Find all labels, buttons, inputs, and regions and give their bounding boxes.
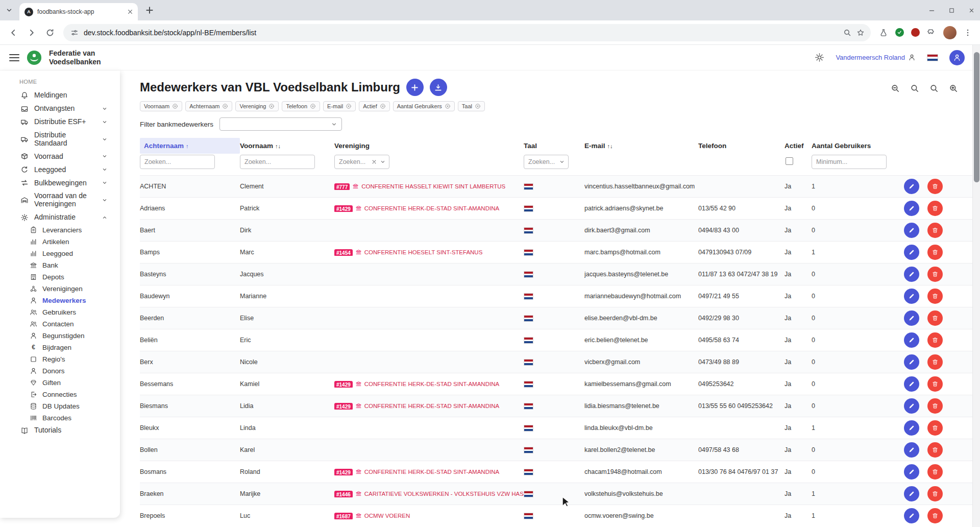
forward-button[interactable] bbox=[23, 25, 40, 41]
sidebar-item-db-updates[interactable]: DB Updates bbox=[0, 400, 120, 412]
sidebar-item-begunstigden[interactable]: Begunstigden bbox=[0, 330, 120, 342]
browser-profile-avatar[interactable] bbox=[943, 26, 957, 39]
browser-tab[interactable]: A foodbanks-stock-app bbox=[19, 3, 138, 20]
vereniging-link[interactable]: CONFERENTIE HERK-DE-STAD SINT-AMANDINA bbox=[364, 381, 499, 387]
edit-button[interactable] bbox=[904, 223, 919, 238]
sidebar-item-connecties[interactable]: Connecties bbox=[0, 389, 120, 400]
clear-icon[interactable] bbox=[371, 159, 377, 165]
user-avatar[interactable] bbox=[949, 50, 965, 65]
green-check-extension-icon[interactable] bbox=[895, 28, 904, 37]
tab-close-icon[interactable] bbox=[127, 8, 134, 15]
zoom-out-icon[interactable] bbox=[891, 84, 900, 93]
edit-button[interactable] bbox=[904, 354, 919, 370]
refresh-button[interactable] bbox=[42, 25, 58, 41]
sidebar-item-artikelen[interactable]: Artikelen bbox=[0, 236, 120, 248]
chevron-down-icon[interactable] bbox=[559, 159, 565, 165]
address-bar[interactable]: dev.stock.foodbanksit.be/stock/app/nl-BE… bbox=[63, 24, 871, 41]
filter-bank-select[interactable] bbox=[219, 117, 342, 131]
maximize-icon[interactable] bbox=[948, 7, 955, 14]
edit-button[interactable] bbox=[904, 332, 919, 348]
search-icon[interactable] bbox=[929, 84, 939, 93]
hamburger-menu-icon[interactable] bbox=[9, 54, 19, 61]
sidebar-item-giften[interactable]: Giften bbox=[0, 377, 120, 389]
edit-button[interactable] bbox=[904, 201, 919, 216]
vereniging-link[interactable]: CARITATIEVE VOLKSWERKEN - VOLKSTEHUIS VZ… bbox=[364, 491, 524, 497]
theme-toggle-sun-icon[interactable] bbox=[815, 53, 824, 62]
vereniging-link[interactable]: CONFERENTIE HASSELT KIEWIT SINT LAMBERTU… bbox=[361, 183, 505, 189]
remove-chip-icon[interactable] bbox=[475, 103, 481, 109]
puzzle-extensions-icon[interactable] bbox=[927, 28, 936, 37]
scrollbar-thumb[interactable] bbox=[974, 52, 979, 182]
edit-button[interactable] bbox=[904, 442, 919, 458]
sidebar-item-distributie-esf[interactable]: Distributie ESF+ bbox=[0, 115, 120, 129]
browser-menu-icon[interactable] bbox=[964, 29, 972, 37]
column-header-voornaam[interactable]: Voornaam↑↓ bbox=[240, 138, 334, 154]
delete-button[interactable] bbox=[927, 310, 943, 326]
edit-button[interactable] bbox=[904, 179, 919, 194]
delete-button[interactable] bbox=[927, 201, 943, 216]
edit-button[interactable] bbox=[904, 508, 919, 523]
column-header-achternaam[interactable]: Achternaam↑ bbox=[140, 138, 240, 154]
remove-chip-icon[interactable] bbox=[310, 103, 316, 109]
sidebar-item-leeggoed[interactable]: Leeggoed bbox=[0, 248, 120, 259]
sidebar-item-depots[interactable]: Depots bbox=[0, 271, 120, 283]
sidebar-item-bulkbewegingen[interactable]: Bulkbewegingen bbox=[0, 176, 120, 189]
column-header-aantal-gebruikers[interactable]: Aantal Gebruikers bbox=[812, 138, 901, 154]
remove-chip-icon[interactable] bbox=[268, 103, 275, 109]
column-header-telefoon[interactable]: Telefoon bbox=[698, 138, 785, 154]
edit-button[interactable] bbox=[904, 376, 919, 392]
tab-search-chevron-icon[interactable] bbox=[5, 6, 13, 14]
edit-button[interactable] bbox=[904, 289, 919, 304]
delete-button[interactable] bbox=[927, 508, 943, 523]
edit-button[interactable] bbox=[904, 486, 919, 501]
sidebar-item-bank[interactable]: Bank bbox=[0, 259, 120, 271]
sidebar-item-distributie-standaard[interactable]: Distributie Standaard bbox=[0, 129, 120, 150]
column-header-vereniging[interactable]: Vereniging bbox=[334, 138, 524, 154]
voornaam-filter-input[interactable] bbox=[240, 155, 315, 169]
chevron-down-icon[interactable] bbox=[380, 159, 386, 165]
delete-button[interactable] bbox=[927, 354, 943, 370]
column-header-email[interactable]: E-mail↑↓ bbox=[584, 138, 698, 154]
delete-button[interactable] bbox=[927, 376, 943, 392]
vereniging-link[interactable]: OCMW VOEREN bbox=[364, 513, 410, 519]
user-menu[interactable]: Vandermeersch Roland bbox=[836, 54, 916, 61]
sidebar-item-voorraad[interactable]: Voorraad bbox=[0, 150, 120, 163]
minimize-icon[interactable] bbox=[928, 7, 935, 14]
sidebar-item-leeggoed[interactable]: Leeggoed bbox=[0, 163, 120, 176]
aantal-filter-input[interactable] bbox=[812, 155, 887, 169]
actief-filter-checkbox[interactable] bbox=[786, 157, 793, 165]
close-icon[interactable] bbox=[968, 7, 975, 14]
language-flag-nl-icon[interactable] bbox=[927, 54, 938, 61]
add-member-button[interactable] bbox=[406, 79, 424, 96]
delete-button[interactable] bbox=[927, 332, 943, 348]
sidebar-item-voorraad-van-de-verenigingen[interactable]: Voorraad van de Verenigingen bbox=[0, 189, 120, 210]
edit-button[interactable] bbox=[904, 267, 919, 282]
sidebar-item-bijdragen[interactable]: €Bijdragen bbox=[0, 342, 120, 353]
edit-button[interactable] bbox=[904, 420, 919, 436]
back-button[interactable] bbox=[5, 25, 21, 41]
delete-button[interactable] bbox=[927, 223, 943, 238]
achternaam-filter-input[interactable] bbox=[140, 155, 215, 169]
sidebar-item-ontvangsten[interactable]: Ontvangsten bbox=[0, 102, 120, 115]
vereniging-filter-combo[interactable]: Zoeken... bbox=[334, 155, 389, 169]
edit-button[interactable] bbox=[904, 398, 919, 414]
bookmark-star-icon[interactable] bbox=[856, 29, 865, 37]
sidebar-item-administratie[interactable]: Administratie bbox=[0, 211, 120, 224]
export-download-button[interactable] bbox=[430, 79, 447, 96]
edit-button[interactable] bbox=[904, 464, 919, 480]
delete-button[interactable] bbox=[927, 486, 943, 501]
remove-chip-icon[interactable] bbox=[445, 103, 451, 109]
edit-button[interactable] bbox=[904, 310, 919, 326]
site-settings-icon[interactable] bbox=[70, 29, 79, 37]
edit-button[interactable] bbox=[904, 245, 919, 260]
delete-button[interactable] bbox=[927, 398, 943, 414]
remove-chip-icon[interactable] bbox=[380, 103, 386, 109]
vereniging-link[interactable]: CONFERENTIE HERK-DE-STAD SINT-AMANDINA bbox=[364, 403, 499, 409]
flask-extension-icon[interactable] bbox=[879, 28, 888, 37]
red-dot-extension-icon[interactable] bbox=[911, 28, 920, 37]
column-header-actief[interactable]: Actief bbox=[785, 138, 812, 154]
vereniging-link[interactable]: CONFERENTIE HERK-DE-STAD SINT-AMANDINA bbox=[364, 469, 499, 475]
sidebar-item-verenigingen[interactable]: Verenigingen bbox=[0, 283, 120, 295]
delete-button[interactable] bbox=[927, 289, 943, 304]
sidebar-item-leveranciers[interactable]: Leveranciers bbox=[0, 224, 120, 236]
